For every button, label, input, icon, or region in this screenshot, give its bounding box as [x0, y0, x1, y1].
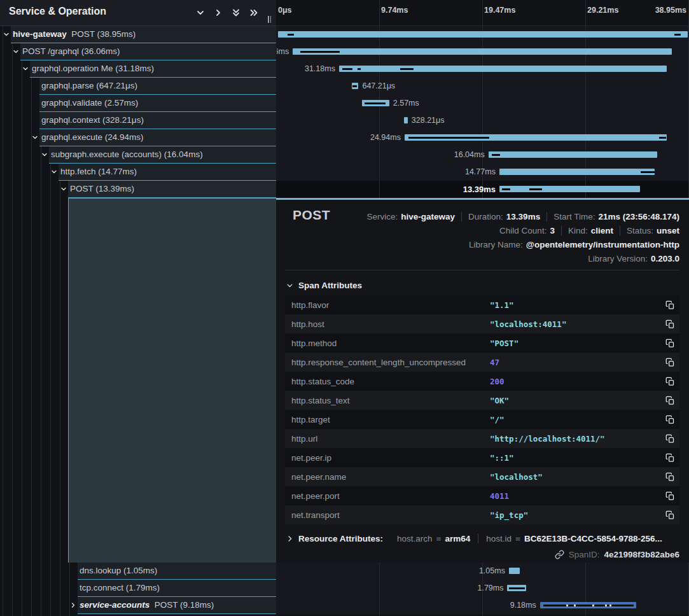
- span-id-row: SpanID: 4e21998f3b82abe6: [555, 550, 679, 559]
- detail-divider: [285, 270, 679, 270]
- copy-icon[interactable]: [660, 339, 679, 348]
- tree-header-title: Service & Operation: [9, 6, 106, 17]
- copy-icon[interactable]: [660, 377, 679, 386]
- copy-icon[interactable]: [660, 434, 679, 444]
- ruler-tick-label: 38.95ms: [655, 6, 686, 15]
- attribute-key: net.peer.port: [285, 491, 490, 501]
- link-icon[interactable]: [555, 550, 564, 559]
- copy-icon[interactable]: [660, 510, 679, 520]
- span-name-row[interactable]: graphql.operation Me (31.18ms): [30, 60, 276, 78]
- span-name-row[interactable]: POST /graphql (36.06ms): [20, 43, 276, 60]
- span-duration-label: 31.18ms: [305, 60, 335, 78]
- service-name: service-accounts: [80, 600, 150, 610]
- operation-name: POST (38.95ms): [71, 29, 136, 39]
- copy-icon[interactable]: [660, 415, 679, 424]
- chevron-down-icon[interactable]: [31, 129, 39, 146]
- detail-meta-field: Start Time:21ms (23:56:48.174): [546, 212, 679, 221]
- attribute-row: http.status_text"OK": [285, 391, 679, 410]
- copy-icon[interactable]: [660, 358, 679, 367]
- span-attributes-table: http.flavor"1.1"http.host"localhost:4011…: [285, 295, 679, 524]
- span-name-row[interactable]: graphql.parse (647.21μs): [39, 78, 276, 95]
- chevron-right-icon[interactable]: [69, 597, 78, 613]
- field-label: Status:: [627, 226, 653, 235]
- ruler-tick-label: 19.47ms: [484, 6, 515, 15]
- span-name-row[interactable]: subgraph.execute (accounts) (16.04ms): [49, 146, 276, 164]
- child-span-tick: [641, 171, 654, 173]
- copy-icon[interactable]: [660, 300, 679, 310]
- span-duration-label: 1.79ms: [477, 580, 503, 597]
- span-bar[interactable]: [293, 48, 672, 55]
- field-value: 3: [550, 226, 555, 235]
- child-span-tick: [288, 34, 294, 36]
- attribute-key: http.url: [285, 434, 490, 444]
- field-label: Start Time:: [553, 212, 595, 221]
- attribute-row: http.flavor"1.1": [285, 295, 679, 314]
- chevron-down-icon[interactable]: [11, 43, 20, 60]
- operation-name: tcp.connect (1.79ms): [80, 583, 160, 592]
- span-bar[interactable]: [339, 66, 667, 72]
- resource-value: BC62E13B-C4CC-5854-9788-256...: [524, 534, 662, 543]
- span-bar[interactable]: [499, 169, 655, 175]
- span-name-row[interactable]: hive-gateway POST (38.95ms): [11, 26, 276, 43]
- span-bar[interactable]: [278, 31, 688, 38]
- event-dot: [566, 605, 568, 606]
- column-resizer[interactable]: [268, 16, 271, 23]
- span-name-row[interactable]: graphql.validate (2.57ms): [39, 95, 276, 112]
- span-duration-label: 24.94ms: [370, 129, 401, 146]
- field-label: Duration:: [468, 212, 503, 221]
- field-label: Library Version:: [588, 254, 648, 263]
- copy-icon[interactable]: [660, 396, 679, 405]
- chevron-right-icon[interactable]: [212, 6, 224, 18]
- service-name: hive-gateway: [13, 29, 67, 39]
- operation-name: POST /graphql (36.06ms): [22, 46, 120, 56]
- double-chevron-right-icon[interactable]: [247, 6, 260, 18]
- copy-icon[interactable]: [660, 319, 679, 329]
- trace-viewer: hive-gateway POST (38.95ms)POST /graphql…: [0, 0, 689, 616]
- resource-attributes-row[interactable]: Resource Attributes: host.arch=arm64host…: [286, 531, 670, 546]
- span-name-row[interactable]: service-accounts POST (9.18ms): [78, 597, 276, 614]
- child-span-tick: [492, 154, 500, 156]
- copy-icon[interactable]: [660, 472, 679, 482]
- attribute-row: http.status_code200: [285, 372, 679, 391]
- span-detail-title: POST: [293, 207, 330, 223]
- chevron-down-icon[interactable]: [59, 181, 68, 197]
- operation-name: graphql.parse (647.21μs): [41, 81, 137, 90]
- field-value: @opentelemetry/instrumentation-http: [526, 240, 679, 249]
- field-value: unset: [657, 226, 679, 235]
- chevron-down-icon[interactable]: [50, 164, 59, 180]
- chevron-down-icon[interactable]: [194, 6, 206, 18]
- field-value: 0.203.0: [651, 254, 679, 263]
- span-name-row[interactable]: graphql.execute (24.94ms): [39, 129, 276, 146]
- double-chevron-down-icon[interactable]: [230, 6, 242, 18]
- span-bar[interactable]: [499, 186, 640, 192]
- attribute-key: http.response_content_length_uncompresse…: [285, 358, 490, 367]
- tree-header-controls: [194, 6, 260, 18]
- span-duration-label: 2.57ms: [393, 95, 419, 112]
- span-name-row[interactable]: POST (13.39ms): [68, 181, 276, 198]
- span-name-row[interactable]: http.fetch (14.77ms): [59, 164, 276, 181]
- child-span-tick: [502, 188, 510, 190]
- chevron-down-icon[interactable]: [2, 26, 11, 43]
- span-bar[interactable]: [489, 151, 657, 158]
- span-bar[interactable]: [509, 568, 520, 574]
- chevron-down-icon[interactable]: [40, 146, 49, 163]
- detail-meta-field: Library Name:@opentelemetry/instrumentat…: [463, 240, 679, 249]
- span-name-row[interactable]: tcp.connect (1.79ms): [78, 580, 276, 597]
- chevron-down-icon[interactable]: [21, 60, 30, 77]
- span-name-row[interactable]: dns.lookup (1.05ms): [78, 563, 276, 580]
- attribute-value: "/": [490, 415, 660, 424]
- detail-meta-row: Library Name:@opentelemetry/instrumentat…: [463, 238, 679, 251]
- span-name-row[interactable]: graphql.context (328.21μs): [39, 112, 276, 129]
- span-duration-label: 647.21μs: [362, 78, 395, 95]
- attribute-value: "http://localhost:4011/": [490, 434, 660, 444]
- child-span-tick: [365, 102, 386, 104]
- child-span-tick: [408, 137, 489, 139]
- copy-icon[interactable]: [660, 453, 679, 463]
- detail-meta-row: Service:hive-gatewayDuration:13.39msStar…: [360, 210, 679, 223]
- attribute-row: net.peer.name"localhost": [285, 467, 679, 486]
- copy-icon[interactable]: [660, 491, 679, 501]
- span-attributes-header[interactable]: Span Attributes: [286, 281, 362, 290]
- attribute-value: "OK": [490, 396, 660, 405]
- child-span-tick: [674, 34, 681, 36]
- span-bar[interactable]: [404, 117, 407, 123]
